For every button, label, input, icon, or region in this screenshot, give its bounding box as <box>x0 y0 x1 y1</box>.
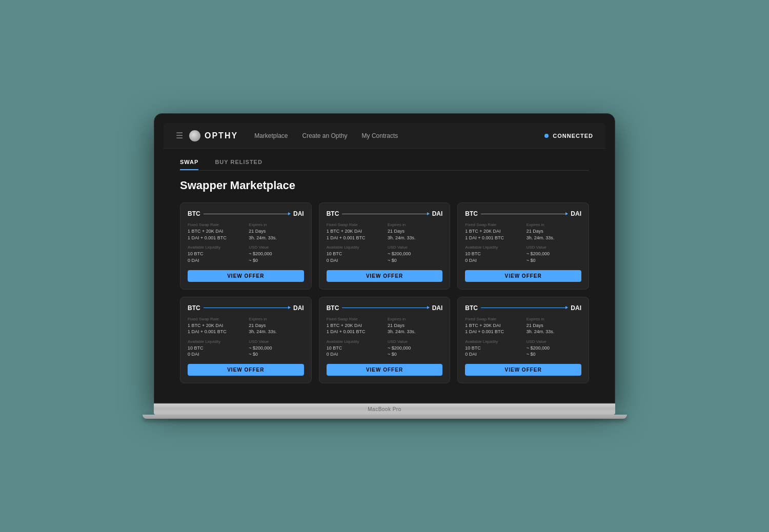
token-to-6: DAI <box>571 304 581 312</box>
liquidity-col-6: Available Liquidity 10 BTC0 DAI <box>465 339 520 358</box>
expires-label-2: Expires in <box>388 222 442 227</box>
usd-value-5: ~ $200,000~ $0 <box>388 345 442 358</box>
expires-label-1: Expires in <box>249 222 303 227</box>
token-from-5: BTC <box>327 304 339 312</box>
arrow-line-6 <box>481 308 568 308</box>
swap-rate-value-3: 1 BTC + 20K DAI1 DAI + 0.001 BTC <box>465 228 520 241</box>
laptop-base: MacBook Pro <box>154 403 615 415</box>
laptop-foot <box>143 415 627 419</box>
card-info-5: Fixed Swap Rate 1 BTC + 20K DAI1 DAI + 0… <box>327 317 443 335</box>
view-offer-btn-1[interactable]: VIEW OFFER <box>188 270 304 282</box>
liquidity-value-5: 10 BTC0 DAI <box>327 345 381 358</box>
token-from-6: BTC <box>465 304 478 312</box>
usd-col-1: USD Value ~ $200,000~ $0 <box>249 245 303 263</box>
page-title: Swapper Marketplace <box>180 179 589 192</box>
swap-rate-value-6: 1 BTC + 20K DAI1 DAI + 0.001 BTC <box>465 322 520 335</box>
arrow-line-1 <box>204 214 290 214</box>
view-offer-btn-4[interactable]: VIEW OFFER <box>188 364 304 376</box>
card-info-4: Fixed Swap Rate 1 BTC + 20K DAI1 DAI + 0… <box>188 317 304 335</box>
liquidity-label-1: Available Liquidity <box>188 245 242 250</box>
liquidity-col-1: Available Liquidity 10 BTC0 DAI <box>188 245 242 263</box>
liquidity-col-5: Available Liquidity 10 BTC0 DAI <box>327 339 381 358</box>
card-liquidity-4: Available Liquidity 10 BTC0 DAI USD Valu… <box>188 339 304 358</box>
swap-rate-label-6: Fixed Swap Rate <box>465 317 520 321</box>
card-header-1: BTC DAI <box>188 210 304 217</box>
nav-create[interactable]: Create an Opthy <box>302 132 348 139</box>
liquidity-value-4: 10 BTC0 DAI <box>188 345 242 358</box>
card-liquidity-1: Available Liquidity 10 BTC0 DAI USD Valu… <box>188 245 304 263</box>
usd-value-6: ~ $200,000~ $0 <box>527 345 581 358</box>
main-content: SWAP BUY RELISTED Swapper Marketplace BT… <box>164 149 605 400</box>
expires-value-4: 21 Days3h. 24m. 33s. <box>249 322 303 335</box>
card-info-3: Fixed Swap Rate 1 BTC + 20K DAI1 DAI + 0… <box>465 222 581 241</box>
usd-col-2: USD Value ~ $200,000~ $0 <box>388 245 442 263</box>
liquidity-label-6: Available Liquidity <box>465 339 520 344</box>
laptop-bezel: ☰ OPTHY Marketplace Create an Opthy My C… <box>154 113 615 403</box>
expires-col-5: Expires in 21 Days3h. 24m. 33s. <box>388 317 442 335</box>
expires-label-3: Expires in <box>527 222 581 227</box>
usd-label-6: USD Value <box>527 339 581 344</box>
card-header-6: BTC DAI <box>465 304 581 312</box>
expires-label-4: Expires in <box>249 317 303 321</box>
logo-text: OPTHY <box>205 131 238 140</box>
hamburger-icon[interactable]: ☰ <box>176 131 183 140</box>
token-from-2: BTC <box>327 210 339 217</box>
card-header-5: BTC DAI <box>327 304 443 312</box>
usd-value-1: ~ $200,000~ $0 <box>249 251 303 263</box>
swap-rate-label-1: Fixed Swap Rate <box>188 222 242 227</box>
usd-label-4: USD Value <box>249 339 303 344</box>
connected-indicator <box>544 134 549 138</box>
usd-value-3: ~ $200,000~ $0 <box>527 251 581 263</box>
expires-value-5: 21 Days3h. 24m. 33s. <box>388 322 442 335</box>
tab-bar: SWAP BUY RELISTED <box>180 159 589 171</box>
expires-label-6: Expires in <box>527 317 581 321</box>
liquidity-col-2: Available Liquidity 10 BTC0 DAI <box>327 245 381 263</box>
logo-icon <box>189 130 200 141</box>
swap-rate-col-6: Fixed Swap Rate 1 BTC + 20K DAI1 DAI + 0… <box>465 317 520 335</box>
view-offer-btn-6[interactable]: VIEW OFFER <box>465 364 581 376</box>
tab-swap[interactable]: SWAP <box>180 159 198 170</box>
expires-col-6: Expires in 21 Days3h. 24m. 33s. <box>527 317 581 335</box>
expires-col-3: Expires in 21 Days3h. 24m. 33s. <box>527 222 581 241</box>
expires-value-1: 21 Days3h. 24m. 33s. <box>249 228 303 241</box>
tab-buy-relisted[interactable]: BUY RELISTED <box>215 159 262 170</box>
liquidity-value-2: 10 BTC0 DAI <box>327 251 381 263</box>
view-offer-btn-5[interactable]: VIEW OFFER <box>327 364 443 376</box>
usd-col-3: USD Value ~ $200,000~ $0 <box>527 245 581 263</box>
liquidity-col-3: Available Liquidity 10 BTC0 DAI <box>465 245 520 263</box>
navbar: ☰ OPTHY Marketplace Create an Opthy My C… <box>164 123 605 149</box>
offer-card-2: BTC DAI Fixed Swap Rate 1 BTC + 20K DAI1… <box>319 202 451 289</box>
token-to-3: DAI <box>571 210 581 217</box>
liquidity-col-4: Available Liquidity 10 BTC0 DAI <box>188 339 242 358</box>
expires-label-5: Expires in <box>388 317 442 321</box>
liquidity-label-2: Available Liquidity <box>327 245 381 250</box>
liquidity-label-3: Available Liquidity <box>465 245 520 250</box>
swap-rate-col-5: Fixed Swap Rate 1 BTC + 20K DAI1 DAI + 0… <box>327 317 381 335</box>
usd-value-2: ~ $200,000~ $0 <box>388 251 442 263</box>
expires-value-3: 21 Days3h. 24m. 33s. <box>527 228 581 241</box>
swap-rate-value-1: 1 BTC + 20K DAI1 DAI + 0.001 BTC <box>188 228 242 241</box>
nav-contracts[interactable]: My Contracts <box>362 132 398 139</box>
expires-col-2: Expires in 21 Days3h. 24m. 33s. <box>388 222 442 241</box>
usd-value-4: ~ $200,000~ $0 <box>249 345 303 358</box>
token-to-4: DAI <box>293 304 304 312</box>
card-liquidity-6: Available Liquidity 10 BTC0 DAI USD Valu… <box>465 339 581 358</box>
usd-label-5: USD Value <box>388 339 442 344</box>
expires-value-2: 21 Days3h. 24m. 33s. <box>388 228 442 241</box>
token-to-2: DAI <box>432 210 443 217</box>
view-offer-btn-3[interactable]: VIEW OFFER <box>465 270 581 282</box>
swap-rate-col-1: Fixed Swap Rate 1 BTC + 20K DAI1 DAI + 0… <box>188 222 242 241</box>
liquidity-label-5: Available Liquidity <box>327 339 381 344</box>
nav-links: Marketplace Create an Opthy My Contracts <box>254 132 544 139</box>
app: ☰ OPTHY Marketplace Create an Opthy My C… <box>164 123 605 400</box>
swap-rate-label-5: Fixed Swap Rate <box>327 317 381 321</box>
nav-marketplace[interactable]: Marketplace <box>254 132 288 139</box>
arrow-line-4 <box>204 308 290 308</box>
view-offer-btn-2[interactable]: VIEW OFFER <box>327 270 443 282</box>
card-liquidity-2: Available Liquidity 10 BTC0 DAI USD Valu… <box>327 245 443 263</box>
swap-rate-value-2: 1 BTC + 20K DAI1 DAI + 0.001 BTC <box>327 228 381 241</box>
swap-rate-label-2: Fixed Swap Rate <box>327 222 381 227</box>
arrow-line-3 <box>481 214 568 214</box>
offer-card-3: BTC DAI Fixed Swap Rate 1 BTC + 20K DAI1… <box>457 202 589 289</box>
swap-rate-value-5: 1 BTC + 20K DAI1 DAI + 0.001 BTC <box>327 322 381 335</box>
